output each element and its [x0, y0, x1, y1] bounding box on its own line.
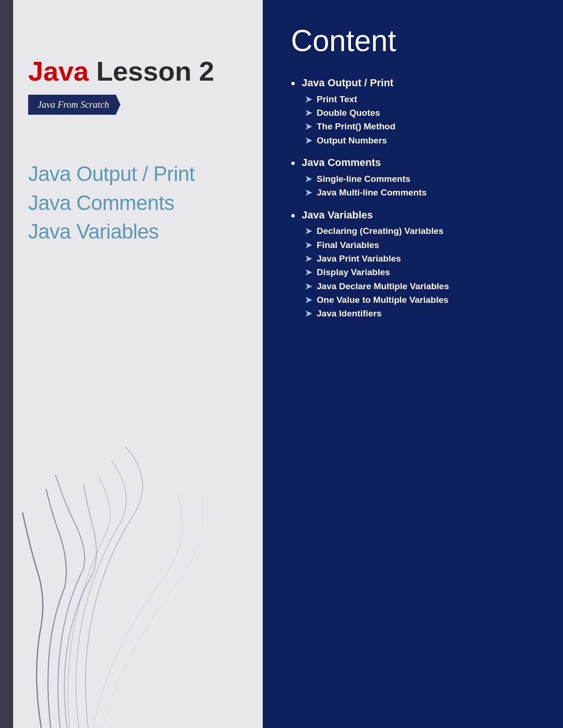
- section-3-sub-2-text: Final Variables: [317, 240, 379, 250]
- title-area: Java Lesson 2 Java From Scratch: [28, 56, 253, 115]
- section-3-sub-3-text: Java Print Variables: [317, 254, 401, 264]
- section-3-sub-7-text: Java Identifiers: [317, 308, 381, 319]
- section-3-sub-5: ➤ Java Declare Multiple Variables: [291, 281, 540, 292]
- section-3-sub-2: ➤ Final Variables: [291, 240, 540, 251]
- section-2: • Java Comments ➤ Single-line Comments ➤…: [291, 157, 540, 198]
- arrow-icon-7: ➤: [305, 226, 312, 237]
- section-3-sub-4: ➤ Display Variables: [291, 267, 540, 278]
- section-1-sub-4: ➤ Output Numbers: [291, 135, 540, 146]
- section-3-main-text: Java Variables: [302, 209, 373, 221]
- arrow-icon-4: ➤: [305, 135, 312, 146]
- section-1-sub-2-text: Double Quotes: [317, 108, 380, 118]
- arrow-icon-10: ➤: [305, 267, 312, 278]
- section-3-sub-7: ➤ Java Identifiers: [291, 308, 540, 319]
- subtitle-banner: Java From Scratch: [28, 95, 121, 115]
- section-1-sub-3: ➤ The Print() Method: [291, 121, 540, 132]
- left-panel: Java Lesson 2 Java From Scratch Java Out…: [0, 0, 263, 728]
- section-1: • Java Output / Print ➤ Print Text ➤ Dou…: [291, 77, 540, 146]
- section-3-sub-3: ➤ Java Print Variables: [291, 254, 540, 264]
- arrow-icon-11: ➤: [305, 281, 312, 292]
- arrow-icon-12: ➤: [305, 295, 312, 306]
- section-1-sub-4-text: Output Numbers: [317, 135, 387, 146]
- section-2-sub-1-text: Single-line Comments: [317, 174, 411, 184]
- subtitle-text: Java From Scratch: [38, 99, 109, 110]
- section-2-sub-2: ➤ Java Multi-line Comments: [291, 188, 540, 198]
- arrow-icon-3: ➤: [305, 121, 312, 132]
- decorative-grass: [13, 437, 263, 728]
- arrow-icon-9: ➤: [305, 254, 312, 264]
- section-3-sub-6: ➤ One Value to Multiple Variables: [291, 295, 540, 306]
- lesson-title-rest: Lesson 2: [89, 56, 214, 86]
- section-2-sub-2-text: Java Multi-line Comments: [317, 188, 426, 198]
- content-title: Content: [291, 23, 540, 58]
- java-red-text: Java: [28, 56, 89, 86]
- arrow-icon-13: ➤: [305, 308, 312, 319]
- section-2-main-text: Java Comments: [302, 157, 381, 169]
- topic-item-1: Java Output / Print: [28, 159, 253, 188]
- section-1-sub-3-text: The Print() Method: [317, 121, 396, 132]
- section-3-sub-1: ➤ Declaring (Creating) Variables: [291, 226, 540, 237]
- section-3-sub-6-text: One Value to Multiple Variables: [317, 295, 449, 305]
- section-3: • Java Variables ➤ Declaring (Creating) …: [291, 209, 540, 320]
- left-bar: [0, 0, 13, 728]
- section-2-main: • Java Comments: [291, 157, 540, 170]
- section-3-main: • Java Variables: [291, 209, 540, 223]
- arrow-icon-2: ➤: [305, 108, 312, 119]
- topic-item-3: Java Variables: [28, 217, 253, 246]
- section-1-sub-2: ➤ Double Quotes: [291, 108, 540, 119]
- arrow-icon-6: ➤: [305, 188, 312, 198]
- topic-item-2: Java Comments: [28, 188, 253, 218]
- section-1-main-text: Java Output / Print: [302, 77, 394, 89]
- section-3-sub-5-text: Java Declare Multiple Variables: [317, 281, 449, 292]
- bullet-1: •: [291, 77, 295, 90]
- section-1-sub-1: ➤ Print Text: [291, 94, 540, 105]
- right-panel: Content • Java Output / Print ➤ Print Te…: [263, 0, 563, 728]
- section-3-sub-1-text: Declaring (Creating) Variables: [317, 226, 443, 236]
- section-3-sub-4-text: Display Variables: [317, 267, 390, 278]
- arrow-icon-1: ➤: [305, 94, 312, 105]
- bullet-2: •: [291, 157, 295, 170]
- topics-list: Java Output / Print Java Comments Java V…: [28, 159, 253, 246]
- section-1-sub-1-text: Print Text: [317, 94, 357, 105]
- lesson-title: Java Lesson 2: [28, 56, 253, 86]
- section-1-main: • Java Output / Print: [291, 77, 540, 90]
- arrow-icon-8: ➤: [305, 240, 312, 251]
- bullet-3: •: [291, 209, 295, 223]
- arrow-icon-5: ➤: [305, 174, 312, 185]
- section-2-sub-1: ➤ Single-line Comments: [291, 174, 540, 185]
